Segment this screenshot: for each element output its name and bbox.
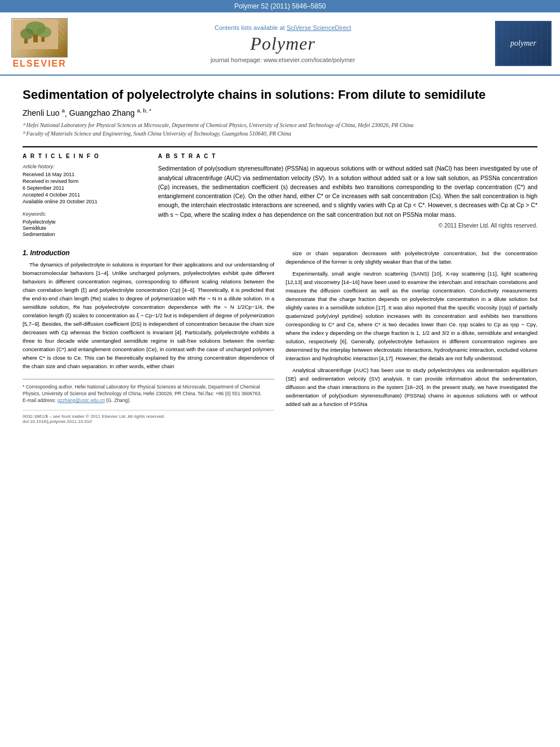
journal-homepage: journal homepage: www.elsevier.com/locat…: [76, 56, 489, 63]
polymer-logo-text: polymer: [510, 39, 536, 48]
footnote-star: * Corresponding author. Hefei National L…: [23, 384, 274, 397]
elsevier-logo: ELSEVIER: [8, 18, 71, 69]
svg-point-2: [20, 28, 34, 40]
polymer-logo: polymer: [495, 21, 552, 66]
keywords-label: Keywords:: [23, 211, 147, 217]
journal-center: Contents lists available at SciVerse Sci…: [76, 24, 489, 63]
keyword-1: Polyelectrolyte: [23, 219, 147, 225]
body-left-col: 1. Introduction The dynamics of polyelec…: [23, 249, 274, 424]
journal-citation: Polymer 52 (2011) 5846–5850: [234, 2, 326, 10]
revised-label: Received in revised form: [23, 178, 147, 184]
email-name: (G. Zhang).: [105, 397, 131, 403]
received-date: Received 16 May 2011: [23, 172, 147, 177]
abstract-heading: A B S T R A C T: [158, 153, 537, 159]
journal-title: Polymer: [76, 33, 489, 54]
available-date: Available online 20 October 2011: [23, 199, 147, 204]
sup-a: a: [62, 108, 64, 114]
svg-rect-4: [33, 34, 38, 42]
svg-rect-5: [24, 39, 28, 43]
keyword-2: Semidilute: [23, 225, 147, 231]
authors-line: Zhenli Luo a, Guangzhao Zhang a, b, *: [23, 108, 537, 118]
abstract-col: A B S T R A C T Sedimentation of poly(so…: [158, 153, 537, 238]
page: Polymer 52 (2011) 5846–5850 ELSEVIER: [0, 0, 560, 747]
section-num: 1.: [23, 249, 28, 257]
elsevier-text: ELSEVIER: [12, 59, 66, 69]
abstract-rights: © 2011 Elsevier Ltd. All rights reserved…: [158, 222, 537, 229]
footnote-email: E-mail address: gzzhang@ustc.edu.cn (G. …: [23, 397, 274, 404]
keywords-section: Keywords: Polyelectrolyte Semidilute Sed…: [23, 211, 147, 237]
top-bar: Polymer 52 (2011) 5846–5850: [0, 0, 560, 12]
elsevier-image: [11, 18, 68, 58]
bottom-bar: 0032-3861/$ – see front matter © 2011 El…: [23, 410, 274, 419]
accepted-date: Accepted 4 October 2011: [23, 192, 147, 198]
size-chain-para: size or chain separation decreases with …: [286, 249, 537, 266]
intro-section-title: 1. Introduction: [23, 249, 274, 257]
aff-b-text: ᵇ Faculty of Materials Science and Engin…: [23, 129, 291, 138]
history-label: Article history:: [23, 164, 147, 169]
info-abstract-section: A R T I C L E I N F O Article history: R…: [23, 146, 537, 238]
article-title: Sedimentation of polyelectrolyte chains …: [23, 87, 537, 103]
right-para1: size or chain separation decreases with …: [286, 249, 537, 408]
doi-line: doi:10.1016/j.polymer.2011.10.010: [23, 419, 274, 424]
author2: Guangzhao Zhang a, b, *: [69, 108, 151, 117]
doi-text: doi:10.1016/j.polymer.2011.10.010: [23, 419, 92, 424]
email-label: E-mail address:: [23, 397, 57, 403]
keyword-3: Sedimentation: [23, 231, 147, 237]
svg-rect-6: [41, 37, 45, 42]
sup-ab: a, b, *: [137, 108, 151, 114]
body-section: 1. Introduction The dynamics of polyelec…: [23, 249, 537, 424]
affiliations: ᵃ Hefei National Laboratory for Physical…: [23, 121, 537, 138]
affiliation-b: ᵇ Faculty of Materials Science and Engin…: [23, 129, 537, 138]
article-content: Sedimentation of polyelectrolyte chains …: [0, 76, 560, 441]
sciverse-prefix: Contents lists available at: [215, 24, 287, 31]
svg-point-3: [37, 27, 51, 38]
abstract-text: Sedimentation of poly(sodium styrenesulf…: [158, 164, 537, 219]
author1: Zhenli Luo a: [23, 108, 65, 117]
issn-text: 0032-3861/$ – see front matter © 2011 El…: [23, 414, 165, 419]
journal-header: ELSEVIER Contents lists available at Sci…: [0, 12, 560, 76]
affiliation-a: ᵃ Hefei National Laboratory for Physical…: [23, 121, 537, 129]
experimentally-para: Experimentally, small angle neutron scat…: [286, 269, 537, 362]
sciverse-line: Contents lists available at SciVerse Sci…: [76, 24, 489, 31]
revised-date: 6 September 2011: [23, 185, 147, 191]
para1-text: The dynamics of polyelectrolyte in solut…: [23, 260, 274, 370]
auc-para: Analytical ultracentrifuge (AUC) has bee…: [286, 366, 537, 408]
intro-para1: The dynamics of polyelectrolyte in solut…: [23, 260, 274, 370]
aff-a-text: ᵃ Hefei National Laboratory for Physical…: [23, 121, 413, 129]
article-info-heading: A R T I C L E I N F O: [23, 153, 147, 159]
sciverse-link-text[interactable]: SciVerse ScienceDirect: [287, 24, 351, 31]
section-title-text: Introduction: [30, 249, 69, 257]
article-info-col: A R T I C L E I N F O Article history: R…: [23, 153, 147, 238]
footnote-area: * Corresponding author. Hefei National L…: [23, 379, 274, 404]
body-right-col: size or chain separation decreases with …: [286, 249, 537, 424]
email-link[interactable]: gzzhang@ustc.edu.cn: [57, 397, 104, 403]
